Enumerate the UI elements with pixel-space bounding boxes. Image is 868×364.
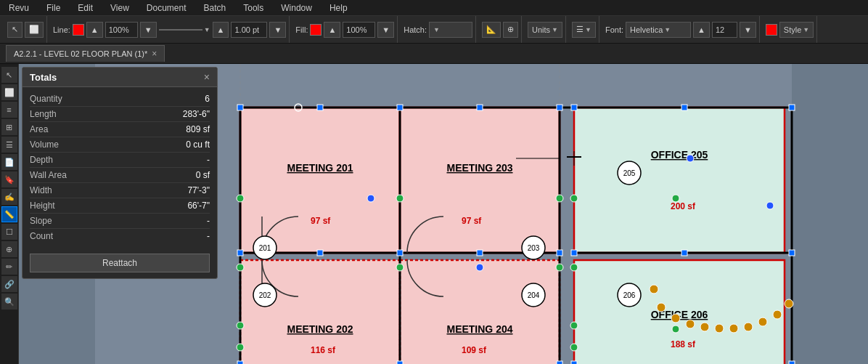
svg-point-85 [657, 303, 666, 312]
cursor-tool-btn[interactable]: ↖ [7, 22, 22, 38]
tab-bar: A2.2.1 - LEVEL 02 FLOOR PLAN (1)* × [0, 44, 868, 64]
sidebar-sketch-icon[interactable]: ✏ [1, 259, 17, 275]
totals-row-label: Area [30, 124, 48, 134]
style-label: Style [784, 25, 801, 34]
svg-rect-48 [477, 105, 483, 110]
menu-revu[interactable]: Revu [6, 1, 32, 15]
sidebar-bookmarks-icon[interactable]: 🔖 [1, 171, 17, 187]
totals-header: Totals × [22, 68, 217, 87]
toolbar: ↖ ⬜ Line: ▲ ▼ ▼ ▲ ▼ Fill: ▲ ▼ Hatch: ▼ 📐… [0, 16, 868, 44]
sidebar-signatures-icon[interactable]: ✍ [1, 189, 17, 205]
svg-point-70 [396, 195, 404, 202]
totals-row-label: Width [30, 185, 52, 195]
menu-view[interactable]: View [107, 1, 132, 15]
line-width-down[interactable]: ▼ [269, 22, 286, 38]
svg-text:MEETING  201: MEETING 201 [287, 162, 353, 174]
sidebar-link-icon[interactable]: 🔗 [1, 276, 17, 292]
menu-file[interactable]: File [44, 1, 63, 15]
svg-point-91 [744, 323, 753, 331]
menu-edit[interactable]: Edit [75, 1, 96, 15]
fill-pct-input[interactable] [343, 22, 375, 38]
font-size-up[interactable]: ▲ [693, 22, 710, 38]
line-width-input[interactable] [231, 22, 267, 38]
totals-row-label: Length [30, 109, 57, 119]
menu-window[interactable]: Window [278, 1, 315, 15]
font-label: Font: [605, 25, 623, 34]
line-style-dropdown[interactable]: ▼ [204, 26, 210, 33]
svg-rect-49 [557, 105, 562, 110]
fill-pct-down[interactable]: ▼ [377, 22, 394, 38]
totals-row-value: 66'-7" [187, 201, 210, 211]
font-name: Helvetica [630, 25, 663, 34]
hatch-dropdown[interactable]: ▼ [429, 22, 472, 38]
canvas-area[interactable]: 201 202 203 204 205 206 MEETING 201 MEET… [19, 64, 868, 364]
svg-text:202: 202 [259, 291, 271, 299]
sidebar-cursor-icon[interactable]: ↖ [1, 67, 17, 83]
sidebar-layers-icon[interactable]: ≡ [1, 102, 17, 118]
tab-close-btn[interactable]: × [152, 49, 157, 59]
svg-text:OFFICE  205: OFFICE 205 [651, 149, 708, 161]
svg-point-69 [237, 344, 244, 351]
style-dropdown-btn[interactable]: Style ▼ [779, 22, 814, 38]
svg-point-88 [700, 323, 709, 331]
svg-point-82 [476, 264, 483, 271]
reattach-btn[interactable]: Reattach [30, 254, 210, 272]
font-size-input[interactable] [712, 22, 737, 38]
svg-text:206: 206 [623, 291, 636, 299]
svg-point-90 [729, 324, 738, 333]
svg-point-67 [237, 264, 244, 271]
units-dropdown-btn[interactable]: Units ▼ [528, 22, 562, 38]
measure-tool-btn[interactable]: 📐 [482, 22, 501, 38]
sidebar-compare-icon[interactable]: ⊕ [1, 241, 17, 257]
totals-row-value: 809 sf [186, 124, 210, 134]
line-percent-input[interactable] [105, 22, 138, 38]
svg-text:188 sf: 188 sf [671, 339, 696, 349]
sidebar-search-icon[interactable]: 🔍 [1, 294, 17, 310]
svg-point-93 [773, 310, 782, 319]
totals-close-btn[interactable]: × [204, 71, 210, 83]
sidebar-markups-icon[interactable]: ☰ [1, 137, 17, 153]
select-tool-btn[interactable]: ⬜ [25, 22, 44, 38]
totals-body: Quantity 6Length 283'-6"Area 809 sfVolum… [22, 87, 217, 248]
totals-title: Totals [30, 72, 57, 83]
sidebar-select-icon[interactable]: ⬜ [1, 84, 17, 100]
calibrate-btn[interactable]: ⊕ [503, 22, 518, 38]
sidebar-pages-icon[interactable]: 📄 [1, 154, 17, 170]
svg-rect-59 [681, 105, 687, 110]
svg-rect-5 [240, 108, 400, 253]
text-color-swatch[interactable] [766, 24, 777, 36]
font-size-down[interactable]: ▼ [740, 22, 756, 38]
line-width-up[interactable]: ▲ [213, 22, 229, 38]
svg-point-76 [570, 322, 578, 329]
menu-help[interactable]: Help [327, 1, 351, 15]
menu-tools[interactable]: Tools [240, 1, 266, 15]
font-dropdown-btn[interactable]: Helvetica ▼ [626, 22, 691, 38]
fill-pct-up[interactable]: ▲ [324, 22, 340, 38]
totals-panel: Totals × Quantity 6Length 283'-6"Area 80… [22, 67, 218, 279]
menu-batch[interactable]: Batch [201, 1, 229, 15]
sidebar-measure-icon[interactable]: 📏 [1, 206, 17, 222]
menu-document[interactable]: Document [144, 1, 189, 15]
line-group: Line: ▲ ▼ ▼ ▲ ▼ [50, 16, 290, 43]
sidebar-properties-icon[interactable]: ⊞ [1, 119, 17, 135]
svg-rect-47 [397, 105, 403, 110]
table-row: Volume 0 cu ft [30, 137, 210, 153]
page-view-group: ☰ ▼ [569, 16, 599, 43]
table-row: Height 66'-7" [30, 198, 210, 214]
floor-plan-tab[interactable]: A2.2.1 - LEVEL 02 FLOOR PLAN (1)* × [6, 45, 165, 62]
table-row: Quantity 6 [30, 92, 210, 107]
fill-color-swatch[interactable] [310, 24, 322, 36]
sidebar-form-icon[interactable]: ☐ [1, 224, 17, 240]
svg-text:MEETING  203: MEETING 203 [446, 162, 512, 174]
fill-group: Fill: ▲ ▼ [292, 16, 398, 43]
totals-row-value: 0 sf [196, 170, 210, 180]
svg-point-71 [396, 264, 404, 271]
svg-point-66 [237, 195, 244, 202]
svg-text:MEETING  202: MEETING 202 [287, 323, 353, 335]
svg-rect-62 [681, 250, 687, 256]
line-weight-down[interactable]: ▼ [140, 22, 157, 38]
line-weight-up[interactable]: ▲ [86, 22, 103, 38]
page-view-btn[interactable]: ☰ ▼ [572, 22, 596, 38]
svg-rect-45 [237, 105, 243, 110]
line-color-swatch[interactable] [73, 24, 84, 36]
